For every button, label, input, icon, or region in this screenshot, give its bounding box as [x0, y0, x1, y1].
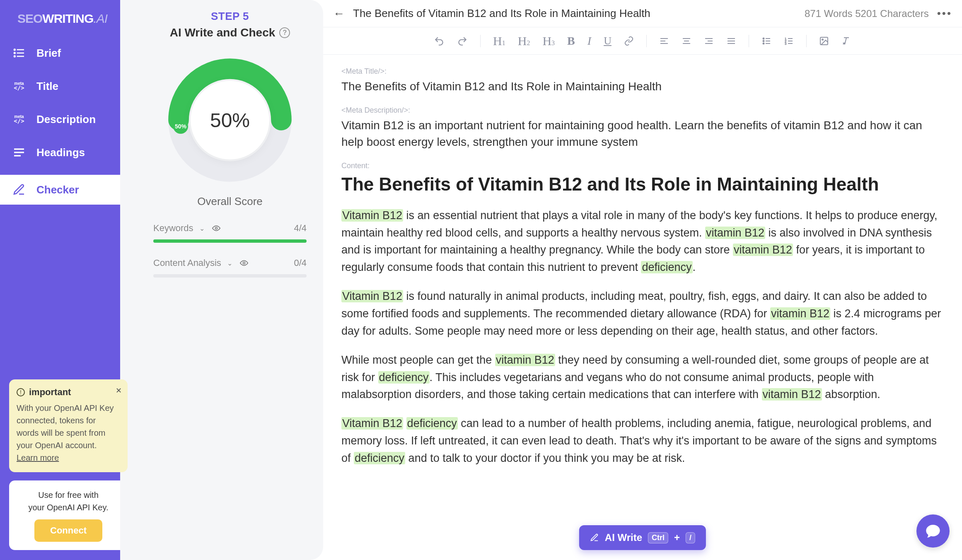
sidebar-item-label: Title [36, 80, 58, 93]
meta-description-value[interactable]: Vitamin B12 is an important nutrient for… [341, 117, 944, 151]
metric-value: 4/4 [294, 223, 307, 234]
overall-score-label: Overall Score [153, 195, 307, 208]
sidebar-item-checker[interactable]: Checker [0, 175, 137, 205]
eye-icon[interactable] [210, 224, 222, 232]
undo-button[interactable] [434, 36, 445, 46]
highlight-keyword: vitamin B12 [705, 227, 765, 239]
document-stats: 871 Words 5201 Characters [805, 8, 929, 19]
meta-description-label: <Meta Description/>: [341, 106, 944, 115]
help-icon[interactable]: ? [279, 27, 290, 38]
meta-code-icon: meta</> [12, 113, 26, 126]
highlight-keyword: Vitamin B12 [341, 209, 403, 222]
chat-fab[interactable] [916, 514, 950, 548]
sidebar-item-label: Checker [36, 183, 79, 196]
toolbar-separator [480, 35, 481, 47]
note-title: important [29, 387, 71, 398]
score-donut: 50% 50% [166, 56, 294, 184]
editor: ← The Benefits of Vitamin B12 and Its Ro… [323, 0, 962, 560]
toolbar-separator [749, 35, 749, 47]
align-right-button[interactable] [704, 36, 714, 46]
score-badge: 50% [173, 119, 188, 134]
connect-button[interactable]: Connect [34, 519, 102, 542]
highlight-keyword: vitamin B12 [733, 244, 793, 256]
metric-value: 0/4 [294, 258, 307, 268]
sidebar-item-description[interactable]: meta</> Description [12, 109, 124, 130]
content-paragraph[interactable]: Vitamin B12 deficiency can lead to a num… [341, 415, 944, 467]
underline-button[interactable]: U [604, 35, 612, 47]
logo-seo: SEO [17, 12, 42, 25]
content-paragraph[interactable]: While most people can get the vitamin B1… [341, 352, 944, 404]
sidebar-item-headings[interactable]: Headings [12, 142, 124, 163]
sidebar-item-brief[interactable]: Brief [12, 42, 124, 64]
document-title: The Benefits of Vitamin B12 and Its Role… [353, 7, 796, 20]
note-body: With your OpenAI API Key connected, toke… [17, 402, 120, 464]
learn-more-link[interactable]: Learn more [17, 453, 59, 462]
link-button[interactable] [624, 36, 634, 46]
connect-card: Use for free with your OpenAI API Key. C… [9, 480, 128, 550]
svg-point-4 [14, 53, 15, 54]
meta-code-icon: meta</> [12, 80, 26, 93]
highlight-keyword: Vitamin B12 [341, 417, 403, 430]
highlight-keyword: deficiency [354, 452, 405, 464]
svg-point-3 [14, 49, 15, 51]
editor-toolbar: H1 H2 H3 B I U 123 [323, 27, 962, 55]
close-icon[interactable]: ✕ [116, 386, 122, 395]
score-panel: STEP 5 AI Write and Check ? 50% 50% Over… [120, 0, 323, 560]
more-menu-icon[interactable]: ••• [937, 7, 952, 20]
chat-icon [925, 523, 941, 539]
content-paragraph[interactable]: Vitamin B12 is an essential nutrient tha… [341, 207, 944, 276]
italic-button[interactable]: I [587, 34, 591, 48]
step-title: AI Write and Check ? [153, 26, 307, 39]
svg-point-5 [14, 56, 15, 57]
sidebar: SEOWRITING.AI Brief meta</> Title meta</… [0, 0, 137, 560]
pencil-icon [12, 183, 26, 196]
back-arrow-icon[interactable]: ← [333, 7, 345, 20]
bullet-list-button[interactable] [761, 36, 771, 46]
editor-content[interactable]: <Meta Title/>: The Benefits of Vitamin B… [323, 55, 962, 545]
pencil-icon [590, 533, 599, 542]
meta-title-value[interactable]: The Benefits of Vitamin B12 and Its Role… [341, 78, 944, 95]
toolbar-separator [646, 35, 647, 47]
kbd-ctrl: Ctrl [648, 532, 668, 543]
metric-keywords[interactable]: Keywords ⌄ 4/4 [153, 223, 307, 243]
align-justify-button[interactable] [726, 36, 736, 46]
sidebar-item-label: Brief [36, 47, 61, 60]
eye-icon[interactable] [238, 259, 250, 267]
kbd-slash: / [686, 532, 695, 543]
step-title-text: AI Write and Check [170, 26, 276, 39]
sidebar-item-title[interactable]: meta</> Title [12, 75, 124, 97]
bold-button[interactable]: B [567, 34, 575, 48]
svg-point-26 [763, 40, 764, 41]
numbered-list-button[interactable]: 123 [784, 36, 794, 46]
highlight-keyword: deficiency [641, 261, 692, 273]
heading1-button[interactable]: H1 [493, 34, 505, 48]
image-button[interactable] [819, 36, 829, 46]
content-paragraph[interactable]: Vitamin B12 is found naturally in animal… [341, 288, 944, 340]
align-left-button[interactable] [659, 36, 669, 46]
list-icon [12, 46, 26, 60]
logo-ai: .AI [93, 12, 107, 25]
connect-text: Use for free with your OpenAI API Key. [17, 489, 119, 514]
heading2-button[interactable]: H2 [518, 34, 530, 48]
highlight-keyword: deficiency [406, 417, 458, 430]
lines-icon [12, 146, 26, 159]
svg-point-12 [243, 262, 245, 264]
ai-write-button[interactable]: AI Write Ctrl + / [579, 525, 706, 550]
logo-writing: WRITING [42, 12, 93, 25]
highlight-keyword: vitamin B12 [495, 354, 555, 366]
heading3-button[interactable]: H3 [542, 34, 555, 48]
align-center-button[interactable] [682, 36, 691, 46]
metric-content-analysis[interactable]: Content Analysis ⌄ 0/4 [153, 258, 307, 278]
sidebar-item-label: Description [36, 113, 96, 126]
svg-text:3: 3 [785, 42, 787, 46]
editor-header: ← The Benefits of Vitamin B12 and Its Ro… [323, 0, 962, 27]
metric-label: Content Analysis [153, 258, 221, 268]
redo-button[interactable] [457, 36, 468, 46]
ai-write-label: AI Write [605, 532, 642, 543]
content-heading[interactable]: The Benefits of Vitamin B12 and Its Role… [341, 173, 944, 196]
clear-format-button[interactable] [841, 36, 851, 46]
sidebar-item-label: Headings [36, 146, 85, 159]
highlight-keyword: vitamin B12 [770, 307, 830, 320]
svg-point-38 [822, 39, 823, 40]
highlight-keyword: Vitamin B12 [341, 290, 403, 302]
